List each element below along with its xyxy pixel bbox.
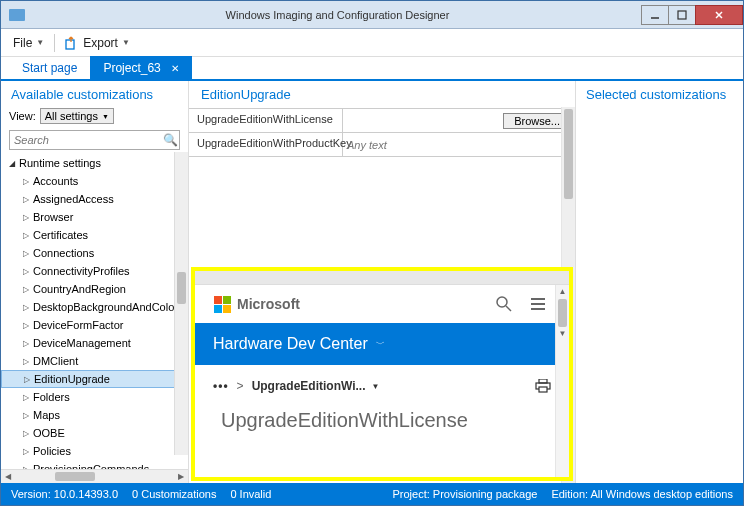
doc-title: UpgradeEditionWithLicense xyxy=(195,401,569,446)
svg-line-6 xyxy=(506,306,511,311)
scroll-up-icon[interactable]: ▲ xyxy=(556,285,569,299)
expand-icon: ▷ xyxy=(23,447,33,456)
tree-item-label: Policies xyxy=(33,445,71,457)
tree-item-assignedaccess[interactable]: ▷AssignedAccess xyxy=(1,190,188,208)
titlebar: Windows Imaging and Configuration Design… xyxy=(1,1,743,29)
svg-point-5 xyxy=(497,297,507,307)
expand-icon: ▷ xyxy=(23,177,33,186)
status-version: Version: 10.0.14393.0 xyxy=(11,488,118,500)
expand-icon: ▷ xyxy=(23,285,33,294)
chevron-down-icon: ▼ xyxy=(102,113,109,120)
doc-preview-highlight: Microsoft Hardware Dev Center﹀ ••• > Upg… xyxy=(191,267,573,481)
prop-label-productkey: UpgradeEditionWithProductKey xyxy=(189,133,343,156)
tab-project[interactable]: Project_63✕ xyxy=(90,56,191,79)
svg-rect-1 xyxy=(678,11,686,19)
menu-separator xyxy=(54,34,55,52)
export-icon xyxy=(65,36,79,50)
expand-icon: ▷ xyxy=(23,321,33,330)
tree-item-folders[interactable]: ▷Folders xyxy=(1,388,188,406)
tree-item-browser[interactable]: ▷Browser xyxy=(1,208,188,226)
breadcrumb-current[interactable]: UpgradeEditionWi... xyxy=(252,379,366,393)
expand-icon: ▷ xyxy=(23,465,33,470)
tab-start-page[interactable]: Start page xyxy=(9,56,90,79)
view-select[interactable]: All settings▼ xyxy=(40,108,114,124)
prop-label-license: UpgradeEditionWithLicense xyxy=(189,109,343,132)
table-row: UpgradeEditionWithLicense Browse... xyxy=(189,109,575,133)
scrollbar-thumb[interactable] xyxy=(564,109,573,199)
doc-vertical-scrollbar[interactable]: ▲ ▼ xyxy=(555,285,569,477)
tree-item-label: AssignedAccess xyxy=(33,193,114,205)
main-content: Available customizations View: All setti… xyxy=(1,81,743,483)
close-button[interactable] xyxy=(695,5,743,25)
scrollbar-thumb[interactable] xyxy=(558,299,567,327)
tree-item-policies[interactable]: ▷Policies xyxy=(1,442,188,460)
scroll-down-icon[interactable]: ▼ xyxy=(556,327,569,341)
tree-item-label: Connections xyxy=(33,247,94,259)
tree-item-countryandregion[interactable]: ▷CountryAndRegion xyxy=(1,280,188,298)
menu-export[interactable]: Export▼ xyxy=(59,32,136,54)
breadcrumb-more-icon[interactable]: ••• xyxy=(213,379,229,393)
window-title: Windows Imaging and Configuration Design… xyxy=(33,9,642,21)
status-edition: Edition: All Windows desktop editions xyxy=(551,488,733,500)
tree-item-desktopbackgroundandcolors[interactable]: ▷DesktopBackgroundAndColors xyxy=(1,298,188,316)
hamburger-menu-icon[interactable] xyxy=(529,295,547,313)
tree-item-label: Accounts xyxy=(33,175,78,187)
print-icon[interactable] xyxy=(535,379,551,393)
close-tab-icon[interactable]: ✕ xyxy=(171,63,179,74)
expand-icon: ▷ xyxy=(23,267,33,276)
expand-icon: ▷ xyxy=(23,357,33,366)
collapse-icon: ◢ xyxy=(9,159,19,168)
tree-item-dmclient[interactable]: ▷DMClient xyxy=(1,352,188,370)
left-panel: Available customizations View: All setti… xyxy=(1,81,189,483)
tree-item-provisioningcommands[interactable]: ▷ProvisioningCommands xyxy=(1,460,188,469)
microsoft-logo-icon xyxy=(213,295,231,313)
search-input[interactable] xyxy=(10,134,161,146)
doc-topbar xyxy=(195,271,569,285)
menu-file[interactable]: File▼ xyxy=(7,32,50,54)
expand-icon: ▷ xyxy=(24,375,34,384)
tree-vertical-scrollbar[interactable] xyxy=(174,152,188,455)
tree-root[interactable]: ◢Runtime settings xyxy=(1,154,188,172)
tabbar: Start page Project_63✕ xyxy=(1,57,743,81)
tree-item-oobe[interactable]: ▷OOBE xyxy=(1,424,188,442)
tree-item-label: OOBE xyxy=(33,427,65,439)
search-icon[interactable]: 🔍 xyxy=(161,133,179,147)
tree-item-connectivityprofiles[interactable]: ▷ConnectivityProfiles xyxy=(1,262,188,280)
tree-item-devicemanagement[interactable]: ▷DeviceManagement xyxy=(1,334,188,352)
tree-item-certificates[interactable]: ▷Certificates xyxy=(1,226,188,244)
doc-preview: Microsoft Hardware Dev Center﹀ ••• > Upg… xyxy=(195,271,569,477)
tree-item-connections[interactable]: ▷Connections xyxy=(1,244,188,262)
tree-item-editionupgrade[interactable]: ▷EditionUpgrade xyxy=(1,370,188,388)
search-icon[interactable] xyxy=(495,295,513,313)
tree-item-accounts[interactable]: ▷Accounts xyxy=(1,172,188,190)
tree-item-label: DMClient xyxy=(33,355,78,367)
maximize-button[interactable] xyxy=(668,5,696,25)
scrollbar-thumb[interactable] xyxy=(55,472,95,481)
center-panel: EditionUpgrade UpgradeEditionWithLicense… xyxy=(189,81,575,483)
tree-item-label: Folders xyxy=(33,391,70,403)
expand-icon: ▷ xyxy=(23,303,33,312)
tree-item-label: Maps xyxy=(33,409,60,421)
statusbar: Version: 10.0.14393.0 0 Customizations 0… xyxy=(1,483,743,505)
tree-item-label: ConnectivityProfiles xyxy=(33,265,130,277)
view-label: View: xyxy=(9,110,36,122)
tree-item-maps[interactable]: ▷Maps xyxy=(1,406,188,424)
chevron-down-icon: ﹀ xyxy=(376,338,385,351)
scroll-right-icon[interactable]: ▶ xyxy=(174,472,188,481)
chevron-down-icon[interactable]: ▼ xyxy=(372,382,380,391)
status-customizations: 0 Customizations xyxy=(132,488,216,500)
tree-horizontal-scrollbar[interactable]: ◀ ▶ xyxy=(1,469,188,483)
doc-section-header[interactable]: Hardware Dev Center﹀ xyxy=(195,323,569,365)
selected-customizations-title: Selected customizations xyxy=(576,81,743,108)
minimize-button[interactable] xyxy=(641,5,669,25)
tree-item-deviceformfactor[interactable]: ▷DeviceFormFactor xyxy=(1,316,188,334)
prop-value-productkey xyxy=(343,133,575,156)
productkey-input[interactable] xyxy=(347,139,571,151)
tree-item-label: Browser xyxy=(33,211,73,223)
tree: ◢Runtime settings ▷Accounts▷AssignedAcce… xyxy=(1,152,188,469)
app-icon xyxy=(9,9,25,21)
available-customizations-title: Available customizations xyxy=(1,81,188,106)
scroll-left-icon[interactable]: ◀ xyxy=(1,472,15,481)
scrollbar-thumb[interactable] xyxy=(177,272,186,304)
expand-icon: ▷ xyxy=(23,411,33,420)
